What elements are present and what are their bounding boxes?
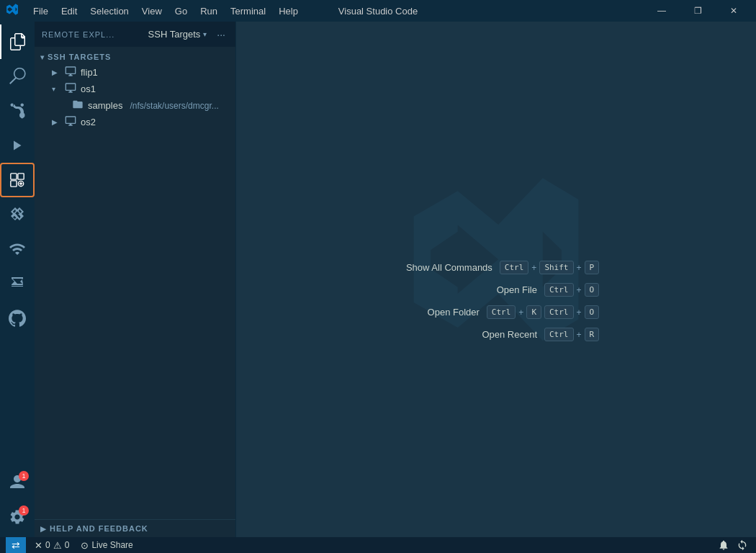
command-row-open-recent: Open Recent Ctrl + R <box>393 328 599 341</box>
tree-item-samples[interactable]: samples /nfs/stak/users/dmcgr... <box>35 97 235 114</box>
key-k: K <box>526 305 541 319</box>
tree-item-arrow-os1: ▾ <box>52 85 60 93</box>
live-share-status-item[interactable]: ⊙ Live Share <box>78 537 135 553</box>
search-activity-icon[interactable] <box>0 59 35 94</box>
settings-badge: 1 <box>19 505 29 516</box>
sidebar-header-right: SSH Targets ▾ ··· <box>145 27 228 42</box>
tree-item-path-samples: /nfs/stak/users/dmcgr... <box>130 101 218 111</box>
menu-bar: File Edit Selection View Go Run Terminal… <box>27 4 304 19</box>
errors-count: 0 <box>45 540 50 550</box>
ssh-targets-section-label: SSH TARGETS <box>48 53 111 61</box>
plus-4: + <box>518 307 523 318</box>
live-share-icon: ⊙ <box>81 540 89 551</box>
ssh-targets-section[interactable]: ▾ SSH TARGETS <box>35 50 235 64</box>
tree-item-arrow-flip1: ▶ <box>52 68 60 76</box>
menu-selection[interactable]: Selection <box>84 4 134 19</box>
accounts-badge: 1 <box>19 471 29 481</box>
key-ctrl: Ctrl <box>500 261 529 274</box>
run-activity-icon[interactable] <box>0 128 35 163</box>
svg-rect-1 <box>18 174 24 179</box>
tree-item-label-flip1: flip1 <box>81 67 98 78</box>
explorer-activity-icon[interactable] <box>0 24 35 59</box>
wifi-activity-icon[interactable] <box>0 232 35 266</box>
status-bar: ⇄ ✕ 0 ⚠ 0 ⊙ Live Share <box>0 537 756 553</box>
help-feedback-header[interactable]: ▶ HELP AND FEEDBACK <box>35 520 235 537</box>
key-ctrl-3: Ctrl <box>487 305 516 319</box>
tree-item-flip1[interactable]: ▶ flip1 <box>35 64 235 81</box>
section-expand-arrow: ▾ <box>40 53 45 61</box>
folder-icon-samples <box>72 99 84 112</box>
open-folder-label: Open Folder <box>393 307 480 318</box>
ssh-targets-dropdown[interactable]: SSH Targets ▾ <box>145 27 210 41</box>
key-o-2: O <box>585 305 600 319</box>
warnings-count: 0 <box>65 540 70 550</box>
window-title: Visual Studio Code <box>338 6 418 17</box>
menu-view[interactable]: View <box>136 4 168 19</box>
menu-go[interactable]: Go <box>169 4 193 19</box>
main-content: Show All Commands Ctrl + Shift + P Open … <box>236 22 756 537</box>
ssh-targets-label: SSH Targets <box>148 29 201 40</box>
plus-3: + <box>577 285 582 295</box>
tree-item-label-os1: os1 <box>81 84 96 94</box>
close-button[interactable]: ✕ <box>717 0 750 22</box>
sidebar: REMOTE EXPL... SSH Targets ▾ ··· ▾ SSH T… <box>35 22 236 537</box>
extensions-activity-icon[interactable] <box>0 197 35 232</box>
menu-file[interactable]: File <box>27 4 54 19</box>
errors-status-item[interactable]: ✕ 0 ⚠ 0 <box>32 537 72 553</box>
tree-item-os1[interactable]: ▾ os1 <box>35 81 235 97</box>
maximize-button[interactable]: ❐ <box>681 0 714 22</box>
title-bar: File Edit Selection View Go Run Terminal… <box>0 0 756 22</box>
vscode-logo-icon <box>6 3 19 19</box>
key-r: R <box>585 328 600 341</box>
remote-icon: ⇄ <box>12 539 20 551</box>
window-controls: — ❐ ✕ <box>645 0 750 22</box>
open-folder-keys: Ctrl + K Ctrl + O <box>487 305 599 319</box>
help-expand-arrow: ▶ <box>40 525 47 533</box>
tree-item-arrow-os2: ▶ <box>52 118 60 126</box>
key-ctrl-4: Ctrl <box>544 305 574 319</box>
menu-edit[interactable]: Edit <box>55 4 83 19</box>
open-file-label: Open File <box>451 284 537 295</box>
menu-help[interactable]: Help <box>273 4 304 19</box>
tree-item-label-os2: os2 <box>81 117 96 127</box>
command-row-open-folder: Open Folder Ctrl + K Ctrl + O <box>393 305 599 319</box>
tree-item-os2[interactable]: ▶ os2 <box>35 114 235 130</box>
status-bar-right <box>716 537 750 553</box>
remote-explorer-activity-icon[interactable] <box>0 163 35 197</box>
key-ctrl-5: Ctrl <box>544 328 574 341</box>
menu-terminal[interactable]: Terminal <box>225 4 271 19</box>
minimize-button[interactable]: — <box>645 0 678 22</box>
sync-icon[interactable] <box>734 537 750 553</box>
open-recent-label: Open Recent <box>451 329 537 340</box>
monitor-icon-os2 <box>65 115 76 129</box>
monitor-icon-flip1 <box>65 66 76 79</box>
monitor-icon-os1 <box>65 82 76 96</box>
accounts-activity-icon[interactable]: 1 <box>0 465 35 500</box>
plus-2: + <box>577 263 582 273</box>
show-all-commands-keys: Ctrl + Shift + P <box>500 261 599 274</box>
plus-6: + <box>577 330 582 340</box>
settings-activity-icon[interactable]: 1 <box>0 500 35 534</box>
help-feedback-label: HELP AND FEEDBACK <box>50 524 148 533</box>
activity-bar: 1 1 <box>0 22 35 537</box>
notifications-icon[interactable] <box>716 537 732 553</box>
menu-run[interactable]: Run <box>194 4 223 19</box>
remote-status-item[interactable]: ⇄ <box>6 537 26 553</box>
main-area: 1 1 REMOTE EXPL... SSH Targets ▾ ··· <box>0 22 756 537</box>
activity-bar-bottom: 1 1 <box>0 465 35 534</box>
key-o: O <box>585 283 600 297</box>
key-ctrl-2: Ctrl <box>544 283 574 297</box>
commands-area: Show All Commands Ctrl + Shift + P Open … <box>393 261 599 341</box>
github-activity-icon[interactable] <box>0 301 35 336</box>
chevron-down-icon: ▾ <box>203 30 207 38</box>
warning-icon: ⚠ <box>53 540 62 551</box>
plus-1: + <box>531 263 536 273</box>
command-row-show-all: Show All Commands Ctrl + Shift + P <box>393 261 599 274</box>
source-control-activity-icon[interactable] <box>0 94 35 128</box>
tree-item-label-samples: samples <box>88 100 122 111</box>
command-row-open-file: Open File Ctrl + O <box>393 283 599 297</box>
open-file-keys: Ctrl + O <box>544 283 599 297</box>
more-options-icon[interactable]: ··· <box>214 27 228 42</box>
terminal-activity-icon[interactable] <box>0 266 35 301</box>
sidebar-header-label: REMOTE EXPL... <box>42 30 114 39</box>
